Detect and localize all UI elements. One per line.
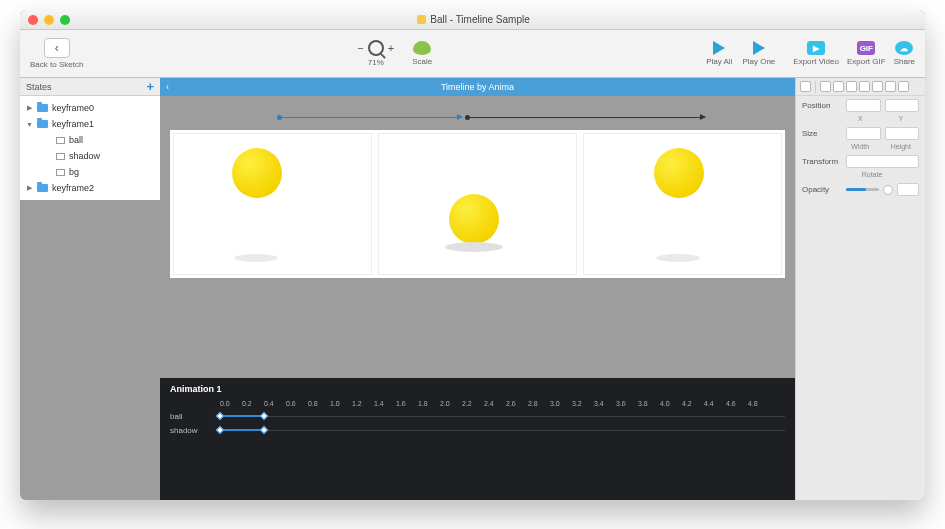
tick: 4.2 (682, 400, 704, 407)
caret-icon[interactable]: ▶ (26, 184, 33, 192)
export-gif-button[interactable]: GIF (857, 41, 875, 55)
prop-size: Size (796, 124, 925, 143)
tick: 2.4 (484, 400, 506, 407)
canvas-area[interactable] (160, 96, 795, 378)
center-column: ‹ Timeline by Anima (160, 78, 795, 500)
tree-label: keyframe0 (52, 103, 94, 113)
shadow-shape (234, 254, 278, 262)
zoom-icon[interactable] (368, 40, 384, 56)
track[interactable] (220, 416, 785, 417)
track-row-ball[interactable]: ball (160, 409, 795, 423)
align-right-icon[interactable] (846, 81, 857, 92)
window-title: Ball - Timeline Sample (70, 14, 877, 25)
tree-item-bg[interactable]: bg (20, 164, 160, 180)
frame-keyframe1[interactable] (378, 133, 577, 275)
height-field[interactable] (885, 127, 920, 140)
track-row-shadow[interactable]: shadow (160, 423, 795, 437)
inspector-toolbar (796, 78, 925, 96)
tick: 3.8 (638, 400, 660, 407)
align-bottom-icon[interactable] (885, 81, 896, 92)
tick: 1.4 (374, 400, 396, 407)
window-title-text: Ball - Timeline Sample (430, 14, 529, 25)
align-left-icon[interactable] (820, 81, 831, 92)
add-state-button[interactable]: + (146, 79, 154, 94)
size-label: Size (802, 129, 842, 138)
layer-icon (56, 137, 65, 144)
zoom-out-button[interactable]: − (357, 42, 363, 54)
tick: 4.4 (704, 400, 726, 407)
position-y-field[interactable] (885, 99, 920, 112)
tree-item-ball[interactable]: ball (20, 132, 160, 148)
play-one-group: Play One (742, 41, 775, 66)
keyframe-frames (170, 130, 785, 278)
tick: 4.6 (726, 400, 748, 407)
tree-item-keyframe2[interactable]: ▶ keyframe2 (20, 180, 160, 196)
states-title: States (26, 82, 52, 92)
arrow-2 (468, 117, 705, 118)
frame-keyframe2[interactable] (583, 133, 782, 275)
track-segment[interactable] (220, 429, 264, 431)
document-icon (417, 15, 426, 24)
caret-icon[interactable]: ▶ (26, 104, 33, 112)
export-video-button[interactable]: ▶ (807, 41, 825, 55)
ball-shape (449, 194, 499, 244)
tick: 4.0 (660, 400, 682, 407)
opacity-field[interactable] (897, 183, 919, 196)
tree-item-keyframe1[interactable]: ▼ keyframe1 (20, 116, 160, 132)
tick: 0.6 (286, 400, 308, 407)
zoom-in-button[interactable]: + (388, 42, 394, 54)
folder-icon (37, 104, 48, 112)
position-label: Position (802, 101, 842, 110)
share-button[interactable]: ☁ (895, 41, 913, 55)
width-field[interactable] (846, 127, 881, 140)
align-center-icon[interactable] (833, 81, 844, 92)
close-icon[interactable] (28, 15, 38, 25)
tick: 2.8 (528, 400, 550, 407)
tree-item-keyframe0[interactable]: ▶ keyframe0 (20, 100, 160, 116)
tick: 0.0 (220, 400, 242, 407)
timeline-ruler[interactable]: 0.00.20.40.60.81.01.21.41.61.82.02.22.42… (160, 400, 795, 409)
tree-label: keyframe1 (52, 119, 94, 129)
keyframe-marker[interactable] (260, 425, 268, 433)
play-one-button[interactable] (753, 41, 765, 55)
tick: 1.8 (418, 400, 440, 407)
track[interactable] (220, 430, 785, 431)
align-top-icon[interactable] (859, 81, 870, 92)
window-controls (28, 15, 70, 25)
opacity-slider[interactable] (846, 188, 879, 191)
tree-label: keyframe2 (52, 183, 94, 193)
tick: 1.2 (352, 400, 374, 407)
align-middle-icon[interactable] (872, 81, 883, 92)
tick: 1.0 (330, 400, 352, 407)
minimize-icon[interactable] (44, 15, 54, 25)
tree-item-shadow[interactable]: shadow (20, 148, 160, 164)
zoom-window-icon[interactable] (60, 15, 70, 25)
share-label: Share (894, 57, 915, 66)
back-group: ‹ Back to Sketch (30, 38, 83, 69)
folder-icon (37, 184, 48, 192)
track-segment[interactable] (220, 415, 264, 417)
bluebar-back-icon[interactable]: ‹ (166, 82, 169, 92)
position-x-field[interactable] (846, 99, 881, 112)
tree-label: shadow (69, 151, 100, 161)
share-group: ☁ Share (894, 41, 915, 66)
tick: 2.6 (506, 400, 528, 407)
keyframe-marker[interactable] (260, 411, 268, 419)
states-header: States + (20, 78, 160, 96)
align-icon[interactable] (800, 81, 811, 92)
scale-icon[interactable] (413, 41, 431, 55)
back-button[interactable]: ‹ (44, 38, 70, 58)
states-panel: States + ▶ keyframe0 ▼ keyframe1 ball (20, 78, 160, 500)
play-all-button[interactable] (713, 41, 725, 55)
transition-arrows (280, 117, 705, 118)
caret-icon[interactable]: ▼ (26, 121, 33, 128)
tree-label: ball (69, 135, 83, 145)
opacity-knob[interactable] (883, 185, 893, 195)
rotate-field[interactable] (846, 155, 919, 168)
frame-keyframe0[interactable] (173, 133, 372, 275)
distribute-icon[interactable] (898, 81, 909, 92)
bluebar-title: Timeline by Anima (441, 82, 514, 92)
height-sublabel: Height (883, 143, 920, 150)
rotate-sublabel: Rotate (842, 171, 902, 178)
tick: 0.8 (308, 400, 330, 407)
